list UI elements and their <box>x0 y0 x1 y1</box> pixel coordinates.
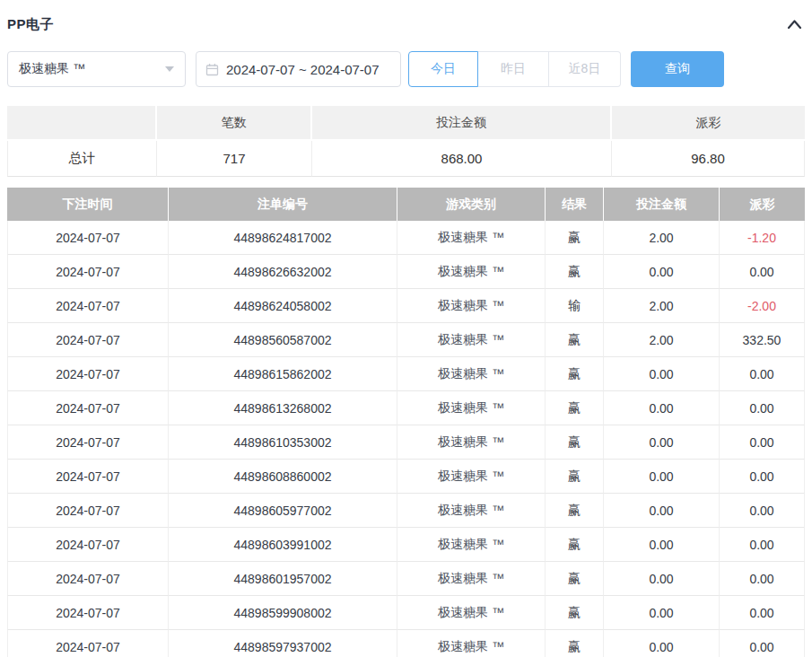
cell-order-no: 44898624817002 <box>169 221 397 255</box>
cell-bet-time: 2024-07-07 <box>7 425 169 460</box>
cell-bet-time: 2024-07-07 <box>7 460 169 494</box>
cell-bet-time: 2024-07-07 <box>7 221 169 255</box>
summary-table: 笔数 投注金额 派彩 总计 717 868.00 96.80 <box>7 106 805 177</box>
cell-bet-time: 2024-07-07 <box>7 494 169 528</box>
cell-result: 赢 <box>546 221 604 255</box>
panel-title: PP电子 <box>7 16 54 33</box>
summary-total-bet-amount: 868.00 <box>312 141 612 177</box>
cell-bet-amount: 0.00 <box>604 255 720 289</box>
table-row: 2024-07-07 44898605977002 极速糖果 ™ 赢 0.00 … <box>7 494 805 528</box>
cell-game-category: 极速糖果 ™ <box>397 630 546 657</box>
summary-total-row: 总计 717 868.00 96.80 <box>7 141 805 177</box>
cell-payout: 0.00 <box>720 460 805 494</box>
table-row: 2024-07-07 44898626632002 极速糖果 ™ 赢 0.00 … <box>7 255 805 289</box>
filter-controls: 极速糖果 ™ 2024-07-07 ~ 2024-07-07 今日 昨日 近8日… <box>7 51 805 87</box>
summary-header-payout: 派彩 <box>612 106 805 141</box>
records-header-result: 结果 <box>546 188 604 221</box>
cell-bet-amount: 0.00 <box>604 528 720 562</box>
table-row: 2024-07-07 44898560587002 极速糖果 ™ 赢 2.00 … <box>7 323 805 357</box>
cell-bet-amount: 0.00 <box>604 460 720 494</box>
cell-bet-time: 2024-07-07 <box>7 562 169 596</box>
date-range-input[interactable]: 2024-07-07 ~ 2024-07-07 <box>196 51 401 87</box>
cell-game-category: 极速糖果 ™ <box>397 255 546 289</box>
cell-payout: 0.00 <box>720 391 805 425</box>
cell-result: 赢 <box>546 562 604 596</box>
cell-game-category: 极速糖果 ™ <box>397 357 546 391</box>
cell-order-no: 44898615862002 <box>169 357 397 391</box>
cell-payout: 332.50 <box>720 323 805 357</box>
records-header-bet-time: 下注时间 <box>7 188 169 221</box>
cell-result: 赢 <box>546 425 604 460</box>
cell-game-category: 极速糖果 ™ <box>397 391 546 425</box>
cell-order-no: 44898601957002 <box>169 562 397 596</box>
cell-bet-amount: 0.00 <box>604 596 720 630</box>
table-row: 2024-07-07 44898608860002 极速糖果 ™ 赢 0.00 … <box>7 460 805 494</box>
summary-total-count: 717 <box>157 141 312 177</box>
records-header-order-no: 注单编号 <box>169 188 397 221</box>
cell-bet-amount: 0.00 <box>604 357 720 391</box>
cell-game-category: 极速糖果 ™ <box>397 460 546 494</box>
cell-bet-time: 2024-07-07 <box>7 255 169 289</box>
today-button[interactable]: 今日 <box>408 51 478 87</box>
yesterday-button[interactable]: 昨日 <box>478 51 549 87</box>
cell-order-no: 44898605977002 <box>169 494 397 528</box>
panel-header: PP电子 <box>7 0 805 35</box>
summary-total-payout: 96.80 <box>612 141 805 177</box>
chevron-up-icon <box>786 21 803 34</box>
cell-order-no: 44898626632002 <box>169 255 397 289</box>
table-row: 2024-07-07 44898613268002 极速糖果 ™ 赢 0.00 … <box>7 391 805 425</box>
cell-game-category: 极速糖果 ™ <box>397 323 546 357</box>
cell-order-no: 44898610353002 <box>169 425 397 460</box>
cell-bet-time: 2024-07-07 <box>7 391 169 425</box>
cell-result: 赢 <box>546 596 604 630</box>
cell-payout: 0.00 <box>720 630 805 657</box>
cell-bet-amount: 0.00 <box>604 630 720 657</box>
cell-result: 赢 <box>546 357 604 391</box>
cell-order-no: 44898599908002 <box>169 596 397 630</box>
cell-result: 赢 <box>546 528 604 562</box>
cell-order-no: 44898613268002 <box>169 391 397 425</box>
cell-bet-time: 2024-07-07 <box>7 596 169 630</box>
cell-bet-amount: 2.00 <box>604 221 720 255</box>
cell-game-category: 极速糖果 ™ <box>397 562 546 596</box>
cell-bet-amount: 0.00 <box>604 391 720 425</box>
cell-bet-amount: 0.00 <box>604 425 720 460</box>
chevron-down-icon <box>165 66 174 72</box>
cell-payout: -1.20 <box>720 221 805 255</box>
summary-header-bet-amount: 投注金额 <box>312 106 612 141</box>
cell-result: 赢 <box>546 255 604 289</box>
cell-game-category: 极速糖果 ™ <box>397 596 546 630</box>
cell-order-no: 44898608860002 <box>169 460 397 494</box>
cell-payout: 0.00 <box>720 425 805 460</box>
records-header-bet-amount: 投注金额 <box>604 188 720 221</box>
cell-bet-amount: 0.00 <box>604 494 720 528</box>
cell-game-category: 极速糖果 ™ <box>397 494 546 528</box>
records-body: 2024-07-07 44898624817002 极速糖果 ™ 赢 2.00 … <box>7 221 805 657</box>
records-table: 下注时间 注单编号 游戏类别 结果 投注金额 派彩 2024-07-07 448… <box>7 188 805 657</box>
game-select[interactable]: 极速糖果 ™ <box>7 51 186 87</box>
cell-order-no: 44898560587002 <box>169 323 397 357</box>
cell-game-category: 极速糖果 ™ <box>397 425 546 460</box>
cell-bet-time: 2024-07-07 <box>7 323 169 357</box>
table-row: 2024-07-07 44898615862002 极速糖果 ™ 赢 0.00 … <box>7 357 805 391</box>
cell-bet-time: 2024-07-07 <box>7 528 169 562</box>
cell-payout: 0.00 <box>720 596 805 630</box>
cell-game-category: 极速糖果 ™ <box>397 528 546 562</box>
cell-game-category: 极速糖果 ™ <box>397 289 546 323</box>
cell-bet-time: 2024-07-07 <box>7 630 169 657</box>
cell-order-no: 44898624058002 <box>169 289 397 323</box>
table-row: 2024-07-07 44898603991002 极速糖果 ™ 赢 0.00 … <box>7 528 805 562</box>
table-row: 2024-07-07 44898597937002 极速糖果 ™ 赢 0.00 … <box>7 630 805 657</box>
cell-payout: 0.00 <box>720 528 805 562</box>
table-row: 2024-07-07 44898624817002 极速糖果 ™ 赢 2.00 … <box>7 221 805 255</box>
game-select-value: 极速糖果 ™ <box>19 61 85 77</box>
summary-header-count: 笔数 <box>157 106 312 141</box>
records-header-game-category: 游戏类别 <box>397 188 546 221</box>
cell-result: 赢 <box>546 630 604 657</box>
last-8-days-button[interactable]: 近8日 <box>549 51 621 87</box>
query-button[interactable]: 查询 <box>631 51 724 87</box>
collapse-button[interactable] <box>786 17 803 31</box>
cell-bet-amount: 2.00 <box>604 289 720 323</box>
cell-bet-amount: 2.00 <box>604 323 720 357</box>
calendar-icon <box>205 63 219 76</box>
